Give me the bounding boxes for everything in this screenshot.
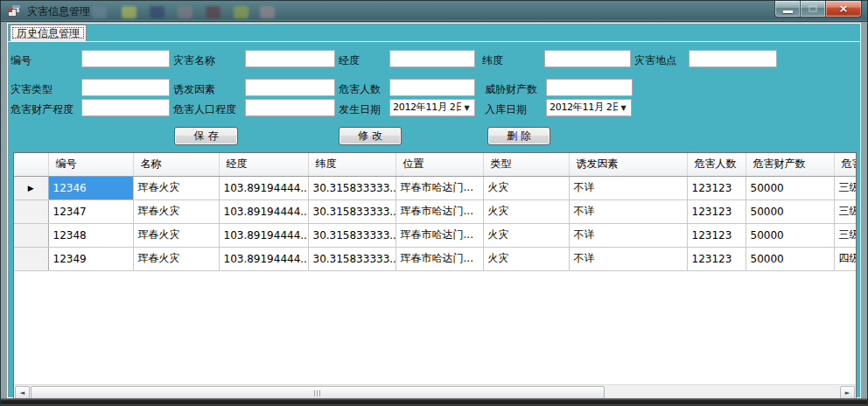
label-property-damage-degree: 危害财产程度 xyxy=(10,102,74,117)
entry-date-picker[interactable]: 2012年11月 2日 ▼ xyxy=(546,99,632,116)
cell-trigger[interactable]: 不详 xyxy=(569,200,687,223)
number-input[interactable] xyxy=(81,50,170,67)
cell-property[interactable]: 50000 xyxy=(746,176,834,200)
scroll-left-icon[interactable]: ◄ xyxy=(15,386,30,399)
cell-harmed-people[interactable]: 123123 xyxy=(687,176,746,200)
trigger-factor-input[interactable] xyxy=(245,79,335,96)
horizontal-scrollbar[interactable]: ◄ ► xyxy=(14,384,856,399)
ghost-icon xyxy=(234,6,248,18)
column-header[interactable]: 诱发因素 xyxy=(569,153,687,176)
cell-property[interactable]: 50000 xyxy=(746,200,834,223)
scrollbar-thumb[interactable] xyxy=(31,386,605,399)
cell-name[interactable]: 珲春火灾 xyxy=(133,247,219,270)
column-header[interactable]: 危害财产数 xyxy=(746,153,834,176)
table-row[interactable]: 12349 珲春火灾 103.89194444... 30.315833333.… xyxy=(14,247,856,270)
maximize-button[interactable] xyxy=(801,1,825,18)
threatened-property-input[interactable] xyxy=(546,79,633,96)
cell-latitude[interactable]: 30.315833333... xyxy=(308,247,396,270)
column-header[interactable]: 危害程度 xyxy=(834,153,856,176)
ghost-icon xyxy=(260,6,275,18)
cell-name[interactable]: 珲春火灾 xyxy=(133,176,219,200)
cell-type[interactable]: 火灾 xyxy=(483,176,569,200)
cell-longitude[interactable]: 103.89194444... xyxy=(219,223,308,247)
property-damage-degree-input[interactable] xyxy=(81,99,170,116)
population-harm-degree-input[interactable] xyxy=(245,99,335,116)
cell-trigger[interactable]: 不详 xyxy=(569,247,687,270)
chevron-down-icon[interactable]: ▼ xyxy=(461,100,472,116)
tabpage-border xyxy=(8,41,860,42)
cell-latitude[interactable]: 30.315833333... xyxy=(308,223,396,247)
column-header[interactable]: 位置 xyxy=(396,153,483,176)
column-header[interactable]: 编号 xyxy=(48,153,133,176)
cell-location[interactable]: 珲春市哈达门... xyxy=(396,176,483,200)
chevron-down-icon[interactable]: ▼ xyxy=(618,100,629,116)
cell-longitude[interactable]: 103.89194444... xyxy=(219,247,308,270)
cell-latitude[interactable]: 30.315833333... xyxy=(308,176,396,200)
maximize-icon xyxy=(808,5,817,12)
column-header[interactable] xyxy=(14,153,48,176)
cell-type[interactable]: 火灾 xyxy=(483,200,569,223)
occurrence-date-picker[interactable]: 2012年11月 2日 ▼ xyxy=(389,99,475,116)
cell-harmed-people[interactable]: 123123 xyxy=(687,200,746,223)
cell-harmed-people[interactable]: 123123 xyxy=(687,247,746,270)
cell-property[interactable]: 50000 xyxy=(746,223,834,247)
minimize-button[interactable] xyxy=(774,1,801,18)
cell-number[interactable]: 12347 xyxy=(48,200,133,223)
column-header[interactable]: 类型 xyxy=(483,153,569,176)
disaster-name-input[interactable] xyxy=(245,50,335,67)
cell-location[interactable]: 珲春市哈达门... xyxy=(396,200,483,223)
cell-degree[interactable]: 三级 xyxy=(834,200,856,223)
tab-history-info[interactable]: 历史信息管理 xyxy=(10,24,87,41)
cell-number[interactable]: 12348 xyxy=(48,223,133,247)
column-header[interactable]: 危害人数 xyxy=(687,153,746,176)
label-harmed-people: 危害人数 xyxy=(339,82,381,97)
row-selector-cell[interactable] xyxy=(14,223,48,247)
table-row[interactable]: 12347 珲春火灾 103.89194444... 30.315833333.… xyxy=(14,200,856,223)
row-selector-cell[interactable] xyxy=(14,200,48,223)
cell-longitude[interactable]: 103.89194444... xyxy=(219,200,308,223)
scroll-right-icon[interactable]: ► xyxy=(840,386,855,399)
cell-latitude[interactable]: 30.315833333... xyxy=(308,200,396,223)
cell-degree[interactable]: 三级 xyxy=(834,223,856,247)
disaster-type-input[interactable] xyxy=(81,79,170,96)
cell-name[interactable]: 珲春火灾 xyxy=(133,200,219,223)
cell-longitude[interactable]: 103.89194444... xyxy=(219,176,308,200)
label-population-harm-degree: 危害人口程度 xyxy=(173,102,236,117)
delete-button[interactable]: 删 除 xyxy=(487,127,550,145)
cell-harmed-people[interactable]: 123123 xyxy=(687,223,746,247)
cell-number[interactable]: 12346 xyxy=(48,176,133,200)
column-header[interactable]: 名称 xyxy=(133,153,219,176)
row-selector-cell[interactable]: ▶ xyxy=(14,176,48,200)
entry-date-value: 2012年11月 2日 xyxy=(550,102,621,113)
cell-location[interactable]: 珲春市哈达门... xyxy=(396,223,483,247)
table-row[interactable]: 12348 珲春火灾 103.89194444... 30.315833333.… xyxy=(14,223,856,247)
cell-trigger[interactable]: 不详 xyxy=(569,176,687,200)
harmed-people-input[interactable] xyxy=(389,79,475,96)
cell-location[interactable]: 珲春市哈达门... xyxy=(396,247,483,270)
save-button[interactable]: 保 存 xyxy=(174,127,238,145)
cell-degree[interactable]: 三级 xyxy=(834,176,856,200)
column-header[interactable]: 纬度 xyxy=(308,153,396,176)
cell-name[interactable]: 珲春火灾 xyxy=(133,223,219,247)
table-viewport: 编号名称经度纬度位置类型诱发因素危害人数危害财产数危害程度 ▶ 12346 珲春… xyxy=(14,153,856,383)
table-row[interactable]: ▶ 12346 珲春火灾 103.89194444... 30.31583333… xyxy=(14,176,856,200)
ghost-icon xyxy=(178,6,192,18)
cell-type[interactable]: 火灾 xyxy=(483,223,569,247)
occurrence-date-value: 2012年11月 2日 xyxy=(393,102,465,113)
disaster-table: 编号名称经度纬度位置类型诱发因素危害人数危害财产数危害程度 ▶ 12346 珲春… xyxy=(13,152,857,400)
close-button[interactable]: × xyxy=(825,1,862,18)
cell-type[interactable]: 火灾 xyxy=(483,247,569,270)
cell-number[interactable]: 12349 xyxy=(48,247,133,270)
longitude-input[interactable] xyxy=(389,50,475,67)
modify-button[interactable]: 修 改 xyxy=(339,127,402,145)
label-entry-date: 入库日期 xyxy=(485,102,527,117)
cell-degree[interactable]: 四级 xyxy=(834,247,856,270)
disaster-location-input[interactable] xyxy=(689,50,777,67)
latitude-input[interactable] xyxy=(544,50,631,67)
cell-trigger[interactable]: 不详 xyxy=(569,223,687,247)
column-header[interactable]: 经度 xyxy=(219,153,308,176)
minimize-icon xyxy=(783,10,793,13)
cell-property[interactable]: 50000 xyxy=(746,247,834,270)
row-selector-cell[interactable] xyxy=(14,247,48,270)
label-trigger-factor: 诱发因素 xyxy=(173,82,215,97)
